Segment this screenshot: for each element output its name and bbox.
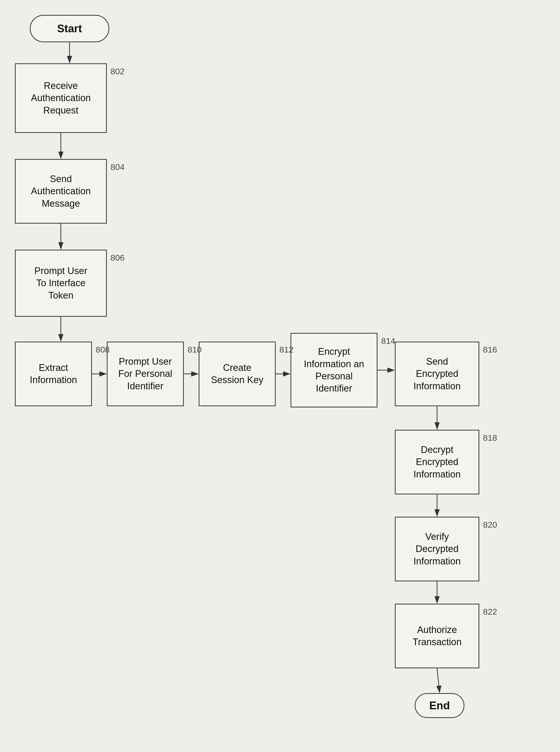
label-810: 810 (187, 345, 202, 355)
node-802-label: Receive Authentication Request (31, 80, 91, 117)
end-node: End (415, 693, 464, 718)
svg-line-12 (437, 668, 440, 692)
node-812: Create Session Key (199, 342, 276, 406)
node-808: Extract Information (15, 342, 92, 406)
node-806: Prompt User To Interface Token (15, 250, 107, 317)
node-808-label: Extract Information (30, 362, 77, 386)
node-818: Decrypt Encrypted Information (395, 430, 479, 494)
node-806-label: Prompt User To Interface Token (34, 265, 87, 302)
label-804: 804 (111, 162, 125, 172)
node-810-label: Prompt User For Personal Identifier (118, 356, 172, 392)
label-812: 812 (279, 345, 294, 355)
node-814-label: Encrypt Information an Personal Identifi… (304, 345, 364, 395)
node-822: Authorize Transaction (395, 604, 479, 668)
node-818-label: Decrypt Encrypted Information (414, 444, 461, 480)
label-820: 820 (483, 520, 497, 530)
node-816-label: Send Encrypted Information (414, 356, 461, 392)
label-808: 808 (96, 345, 110, 355)
node-814: Encrypt Information an Personal Identifi… (291, 333, 378, 408)
node-820-label: Verify Decrypted Information (414, 531, 461, 568)
label-818: 818 (483, 433, 497, 443)
label-806: 806 (111, 253, 125, 263)
end-label: End (429, 698, 450, 712)
label-814: 814 (381, 336, 395, 346)
start-node: Start (30, 15, 109, 42)
flowchart-diagram: Start Receive Authentication Request Sen… (0, 0, 560, 752)
node-816: Send Encrypted Information (395, 342, 479, 406)
node-804-label: Send Authentication Message (31, 173, 91, 210)
node-810: Prompt User For Personal Identifier (107, 342, 184, 406)
label-822: 822 (483, 607, 497, 617)
label-816: 816 (483, 345, 497, 355)
node-822-label: Authorize Transaction (413, 624, 461, 648)
node-804: Send Authentication Message (15, 159, 107, 223)
node-802: Receive Authentication Request (15, 63, 107, 133)
label-802: 802 (111, 66, 125, 76)
node-812-label: Create Session Key (211, 362, 263, 386)
node-820: Verify Decrypted Information (395, 517, 479, 581)
start-label: Start (57, 21, 82, 36)
